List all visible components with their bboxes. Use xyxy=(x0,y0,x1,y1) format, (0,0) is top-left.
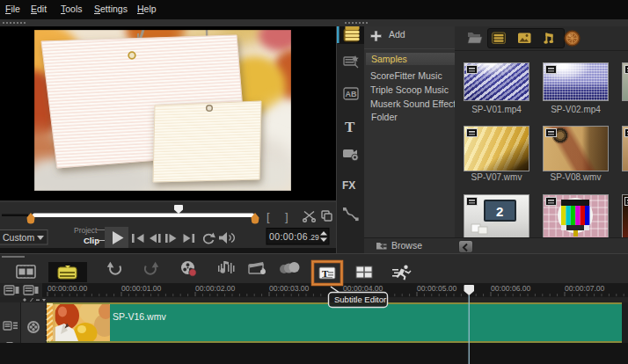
svg-text:AB: AB xyxy=(346,90,357,98)
svg-text:2: 2 xyxy=(496,204,503,219)
svg-text:00:00:07.00: 00:00:07.00 xyxy=(565,284,605,293)
svg-text:00:00:01.00: 00:00:01.00 xyxy=(121,284,162,293)
svg-text:Custom: Custom xyxy=(3,232,34,243)
svg-text:Subtitle Editor: Subtitle Editor xyxy=(334,295,386,304)
svg-text:00:00:03.00: 00:00:03.00 xyxy=(269,284,310,293)
svg-text:[: [ xyxy=(267,210,270,223)
svg-text:FX: FX xyxy=(342,179,355,192)
svg-text:SP-V16.wmv: SP-V16.wmv xyxy=(113,311,166,322)
svg-text:T: T xyxy=(345,119,355,135)
svg-text:00:00:05.00: 00:00:05.00 xyxy=(417,284,457,293)
svg-text:00:00:00.00: 00:00:00.00 xyxy=(47,284,88,293)
svg-text:]: ] xyxy=(285,210,288,223)
svg-text:00:00:06: 00:00:06 xyxy=(269,231,308,242)
svg-text:Project: Project xyxy=(74,226,98,235)
svg-text:00:00:04.00: 00:00:04.00 xyxy=(343,284,383,293)
svg-text:00:00:02.00: 00:00:02.00 xyxy=(195,284,236,293)
svg-text:T: T xyxy=(322,268,329,279)
svg-text:00:00:06.00: 00:00:06.00 xyxy=(491,284,531,293)
svg-text:.29: .29 xyxy=(309,233,319,242)
